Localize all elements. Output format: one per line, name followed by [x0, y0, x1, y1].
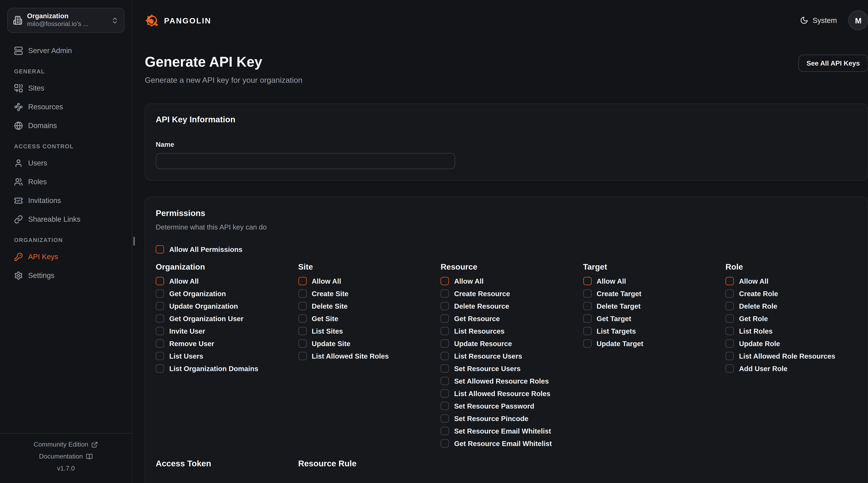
sidebar-item-sites[interactable]: Sites — [7, 82, 124, 94]
api-key-information-card: API Key Information Name — [145, 104, 868, 181]
app-window: Organization milo@fossorial.io's ... Ser… — [0, 0, 868, 483]
permission-row-role-list-roles: List Roles — [725, 327, 857, 335]
checkbox-site-get-site[interactable] — [298, 314, 307, 323]
section-title-access-token: Access Token — [156, 459, 298, 469]
checkbox-resource-get-resource[interactable] — [441, 314, 449, 323]
permission-column-site: SiteAllow AllCreate SiteDelete SiteGet S… — [298, 262, 441, 364]
checkbox-resource-delete-resource[interactable] — [441, 302, 449, 310]
checkbox-target-create-target[interactable] — [583, 289, 591, 298]
sidebar-item-settings[interactable]: Settings — [7, 269, 124, 282]
checkbox-resource-update-resource[interactable] — [441, 340, 449, 348]
checkbox-role-update-role[interactable] — [725, 340, 734, 348]
permission-label: Allow All — [454, 277, 484, 285]
checkbox-organization-list-organization-domains[interactable] — [156, 364, 164, 373]
sidebar-item-invitations[interactable]: Invitations — [7, 194, 124, 206]
checkbox-role-get-role[interactable] — [725, 314, 734, 323]
community-edition-link[interactable]: Community Edition — [0, 441, 132, 448]
organization-switcher[interactable]: Organization milo@fossorial.io's ... — [7, 8, 124, 33]
permission-label: Invite User — [169, 327, 205, 335]
permission-row-organization-remove-user: Remove User — [156, 340, 298, 348]
checkbox-target-get-target[interactable] — [583, 314, 591, 323]
sidebar-item-shareable-links[interactable]: Shareable Links — [7, 213, 124, 225]
checkbox-organization-list-users[interactable] — [156, 352, 164, 360]
sidebar-item-domains[interactable]: Domains — [7, 119, 124, 132]
checkbox-organization-get-organization[interactable] — [156, 289, 164, 298]
chevrons-up-down-icon — [111, 17, 119, 24]
sidebar-item-api-keys[interactable]: API Keys — [7, 250, 124, 263]
brand-name: PANGOLIN — [164, 16, 212, 25]
documentation-link[interactable]: Documentation — [0, 453, 132, 460]
permissions-subtitle: Determine what this API key can do — [156, 223, 857, 231]
theme-toggle[interactable]: System — [800, 16, 837, 25]
brand: PANGOLIN — [145, 13, 212, 27]
checkbox-organization-get-organization-user[interactable] — [156, 314, 164, 323]
permission-row-organization-list-users: List Users — [156, 352, 298, 360]
permission-label: Allow All — [169, 277, 199, 285]
sidebar-item-roles[interactable]: Roles — [7, 175, 124, 188]
permission-column-resource: ResourceAllow AllCreate ResourceDelete R… — [441, 262, 583, 452]
checkbox-role-delete-role[interactable] — [725, 302, 734, 310]
checkbox-site-list-allowed-site-roles[interactable] — [298, 352, 307, 360]
sidebar-item-users[interactable]: Users — [7, 157, 124, 169]
permission-column-role: RoleAllow AllCreate RoleDelete RoleGet R… — [725, 262, 857, 377]
checkbox-site-allow-all[interactable] — [298, 277, 307, 285]
checkbox-role-list-roles[interactable] — [725, 327, 734, 335]
permission-column-title: Role — [725, 262, 857, 272]
organization-switcher-title: Organization — [27, 12, 89, 21]
checkbox-organization-remove-user[interactable] — [156, 340, 164, 348]
checkbox-site-update-site[interactable] — [298, 340, 307, 348]
permission-column-title: Site — [298, 262, 441, 272]
checkbox-site-list-sites[interactable] — [298, 327, 307, 335]
checkbox-resource-list-resource-users[interactable] — [441, 352, 449, 360]
sidebar-nav: Server AdminGENERALSitesResourcesDomains… — [7, 33, 124, 288]
sidebar-section: Server Admin — [7, 44, 124, 57]
name-input[interactable] — [156, 153, 455, 169]
user-avatar[interactable]: M — [848, 10, 868, 30]
permission-label: List Targets — [597, 327, 636, 335]
checkbox-target-list-targets[interactable] — [583, 327, 591, 335]
checkbox-role-create-role[interactable] — [725, 289, 734, 298]
sidebar: Organization milo@fossorial.io's ... Ser… — [0, 0, 132, 483]
checkbox-target-update-target[interactable] — [583, 340, 591, 348]
checkbox-resource-list-allowed-resource-roles[interactable] — [441, 389, 449, 398]
allow-all-permissions-checkbox[interactable] — [156, 245, 164, 254]
checkbox-organization-allow-all[interactable] — [156, 277, 164, 285]
permission-label: Delete Target — [597, 302, 641, 310]
checkbox-resource-get-resource-email-whitelist[interactable] — [441, 439, 449, 448]
checkbox-resource-set-allowed-resource-roles[interactable] — [441, 377, 449, 385]
permission-label: Get Target — [597, 315, 631, 323]
checkbox-target-delete-target[interactable] — [583, 302, 591, 310]
permission-row-resource-set-allowed-resource-roles: Set Allowed Resource Roles — [441, 377, 583, 385]
permission-row-organization-allow-all: Allow All — [156, 277, 298, 285]
checkbox-site-create-site[interactable] — [298, 289, 307, 298]
checkbox-organization-update-organization[interactable] — [156, 302, 164, 310]
user-icon — [14, 159, 23, 167]
checkbox-role-allow-all[interactable] — [725, 277, 734, 285]
checkbox-role-add-user-role[interactable] — [725, 364, 734, 373]
sidebar-resize-handle[interactable] — [133, 237, 135, 246]
checkbox-resource-set-resource-email-whitelist[interactable] — [441, 427, 449, 435]
permission-label: List Allowed Role Resources — [739, 352, 835, 360]
permission-row-resource-list-resources: List Resources — [441, 327, 583, 335]
checkbox-site-delete-site[interactable] — [298, 302, 307, 310]
checkbox-role-list-allowed-role-resources[interactable] — [725, 352, 734, 360]
checkbox-resource-set-resource-users[interactable] — [441, 364, 449, 373]
checkbox-resource-set-resource-password[interactable] — [441, 402, 449, 410]
checkbox-resource-set-resource-pincode[interactable] — [441, 414, 449, 423]
permission-row-resource-list-allowed-resource-roles: List Allowed Resource Roles — [441, 389, 583, 398]
checkbox-organization-invite-user[interactable] — [156, 327, 164, 335]
checkbox-resource-create-resource[interactable] — [441, 289, 449, 298]
permission-row-role-list-allowed-role-resources: List Allowed Role Resources — [725, 352, 857, 360]
checkbox-target-allow-all[interactable] — [583, 277, 591, 285]
see-all-api-keys-button[interactable]: See All API Keys — [798, 55, 868, 72]
sidebar-item-resources[interactable]: Resources — [7, 100, 124, 113]
permission-column-organization: OrganizationAllow AllGet OrganizationUpd… — [156, 262, 298, 377]
sidebar-section-label: ACCESS CONTROL — [14, 143, 124, 151]
permissions-grid: OrganizationAllow AllGet OrganizationUpd… — [156, 262, 857, 452]
globe-icon — [14, 121, 23, 130]
sidebar-item-server-admin[interactable]: Server Admin — [7, 44, 124, 57]
permission-row-site-list-sites: List Sites — [298, 327, 441, 335]
checkbox-resource-list-resources[interactable] — [441, 327, 449, 335]
checkbox-resource-allow-all[interactable] — [441, 277, 449, 285]
permission-label: List Sites — [312, 327, 343, 335]
